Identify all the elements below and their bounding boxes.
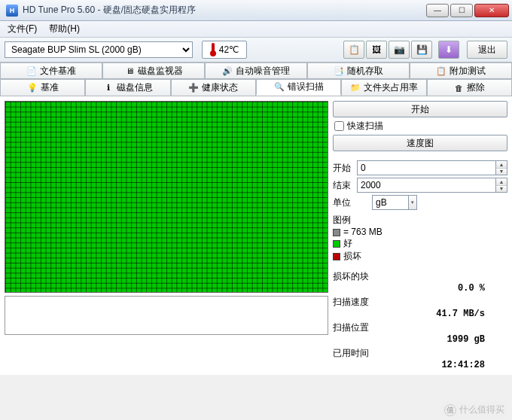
copy-screenshot-button[interactable]: 🖼 bbox=[366, 41, 387, 59]
damaged-value: 0.0 % bbox=[333, 283, 507, 294]
window-title: HD Tune Pro 5.60 - 硬盘/固态硬盘实用程序 bbox=[23, 4, 426, 17]
speed-label: 扫描速度 bbox=[333, 296, 507, 309]
copy-info-button[interactable]: 📋 bbox=[343, 41, 364, 59]
time-value: 12:41:28 bbox=[333, 360, 507, 370]
tab-icon: 💡 bbox=[27, 83, 38, 93]
tab-健康状态[interactable]: ➕健康状态 bbox=[171, 79, 256, 96]
main-content: 开始 快速扫描 速度图 开始 ▲▼ 结束 ▲▼ 单位 bbox=[0, 96, 512, 375]
close-button[interactable]: ✕ bbox=[474, 4, 509, 17]
legend: 图例 = 763 MB 好 损坏 bbox=[333, 212, 507, 263]
tab-文件基准[interactable]: 📄文件基准 bbox=[0, 62, 102, 79]
tab-icon: ➕ bbox=[188, 83, 199, 93]
position-value: 1999 gB bbox=[333, 334, 507, 345]
tab-基准[interactable]: 💡基准 bbox=[0, 79, 85, 96]
quick-scan-checkbox[interactable]: 快速扫描 bbox=[333, 120, 507, 132]
tab-icon: 🔊 bbox=[222, 65, 233, 76]
tab-row-2: 💡基准ℹ磁盘信息➕健康状态🔍错误扫描📁文件夹占用率🗑擦除 bbox=[0, 79, 512, 96]
minimize-button[interactable]: — bbox=[426, 4, 449, 17]
unit-select[interactable]: ▾ bbox=[372, 195, 417, 210]
temperature-display: 42℃ bbox=[202, 41, 247, 59]
menubar: 文件(F) 帮助(H) bbox=[0, 21, 512, 38]
temperature-value: 42℃ bbox=[219, 44, 239, 55]
tab-擦除[interactable]: 🗑擦除 bbox=[427, 79, 512, 96]
application-window: H HD Tune Pro 5.60 - 硬盘/固态硬盘实用程序 — ☐ ✕ 文… bbox=[0, 0, 512, 420]
options-button[interactable]: ⬇ bbox=[438, 41, 459, 59]
tab-icon: 📑 bbox=[334, 65, 344, 76]
tab-icon: 📄 bbox=[26, 65, 37, 76]
tab-自动噪音管理[interactable]: 🔊自动噪音管理 bbox=[205, 62, 307, 79]
thermometer-icon bbox=[210, 43, 216, 56]
legend-title: 图例 bbox=[333, 214, 507, 227]
side-panel: 开始 快速扫描 速度图 开始 ▲▼ 结束 ▲▼ 单位 bbox=[333, 101, 507, 370]
menu-help[interactable]: 帮助(H) bbox=[46, 21, 83, 37]
exit-button[interactable]: 退出 bbox=[467, 41, 507, 59]
unit-field: 单位 ▾ bbox=[333, 195, 507, 210]
tab-错误扫描[interactable]: 🔍错误扫描 bbox=[256, 79, 341, 96]
tab-磁盘监视器[interactable]: 🖥磁盘监视器 bbox=[102, 62, 205, 79]
block-size-icon bbox=[333, 229, 340, 236]
bad-block-icon bbox=[333, 253, 340, 260]
tab-随机存取[interactable]: 📑随机存取 bbox=[307, 62, 410, 79]
position-label: 扫描位置 bbox=[333, 321, 507, 334]
speed-graph-box bbox=[5, 296, 328, 335]
tab-icon: ℹ bbox=[103, 83, 114, 93]
start-button[interactable]: 开始 bbox=[333, 101, 507, 117]
tab-文件夹占用率[interactable]: 📁文件夹占用率 bbox=[341, 79, 426, 96]
tab-container: 📄文件基准🖥磁盘监视器🔊自动噪音管理📑随机存取📋附加测试 💡基准ℹ磁盘信息➕健康… bbox=[0, 62, 512, 96]
end-field: 结束 ▲▼ bbox=[333, 178, 507, 193]
damaged-label: 损坏的块 bbox=[333, 270, 507, 283]
disk-select[interactable]: Seagate BUP Slim SL (2000 gB) bbox=[5, 41, 193, 58]
titlebar: H HD Tune Pro 5.60 - 硬盘/固态硬盘实用程序 — ☐ ✕ bbox=[0, 0, 512, 21]
tab-附加测试[interactable]: 📋附加测试 bbox=[410, 62, 512, 79]
end-input[interactable]: ▲▼ bbox=[357, 178, 507, 193]
menu-file[interactable]: 文件(F) bbox=[5, 21, 40, 37]
good-block-icon bbox=[333, 240, 340, 248]
speed-value: 41.7 MB/s bbox=[333, 309, 507, 319]
screenshot-button[interactable]: 📷 bbox=[389, 41, 410, 59]
save-button[interactable]: 💾 bbox=[411, 41, 432, 59]
maximize-button[interactable]: ☐ bbox=[450, 4, 473, 17]
scan-block-grid bbox=[5, 101, 328, 293]
time-label: 已用时间 bbox=[333, 347, 507, 360]
tab-row-1: 📄文件基准🖥磁盘监视器🔊自动噪音管理📑随机存取📋附加测试 bbox=[0, 62, 512, 79]
toolbar: Seagate BUP Slim SL (2000 gB) 42℃ 📋 🖼 📷 … bbox=[0, 38, 512, 62]
tab-icon: 📋 bbox=[436, 65, 446, 76]
watermark: 值什么值得买 bbox=[441, 402, 507, 418]
tab-icon: 📁 bbox=[350, 83, 361, 93]
app-icon: H bbox=[6, 5, 18, 17]
tab-icon: 🖥 bbox=[124, 65, 135, 76]
tab-icon: 🔍 bbox=[274, 82, 285, 93]
start-input[interactable]: ▲▼ bbox=[357, 160, 507, 175]
start-field: 开始 ▲▼ bbox=[333, 160, 507, 175]
tab-磁盘信息[interactable]: ℹ磁盘信息 bbox=[85, 79, 170, 96]
tab-icon: 🗑 bbox=[453, 83, 464, 93]
speedmap-button[interactable]: 速度图 bbox=[333, 135, 507, 151]
